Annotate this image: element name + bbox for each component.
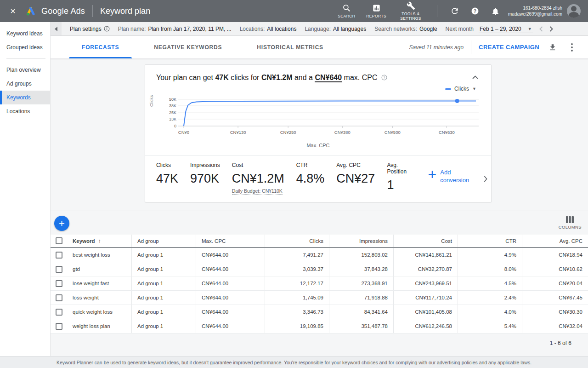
notifications-bell-icon[interactable] [489, 5, 501, 17]
more-options-kebab-icon[interactable] [566, 41, 578, 53]
row-checkbox-cell [51, 291, 67, 305]
column-header-cost[interactable]: Cost [393, 235, 458, 247]
row-checkbox[interactable] [56, 266, 62, 273]
column-header-max-cpc[interactable]: Max. CPC [196, 235, 265, 247]
cell-max-cpc[interactable]: CN¥644.00 [196, 291, 265, 305]
cell-max-cpc[interactable]: CN¥644.00 [196, 319, 265, 333]
next-period-icon[interactable] [549, 26, 553, 32]
column-header-ctr[interactable]: CTR [458, 235, 522, 247]
cell-max-cpc[interactable]: CN¥644.00 [196, 248, 265, 262]
table-row: loss weightAd group 1CN¥644.001,745.0971… [51, 291, 588, 305]
sidebar-item-keyword-ideas[interactable]: Keyword ideas [0, 27, 50, 40]
collapse-card-chevron-icon[interactable] [470, 74, 480, 81]
table-body: best weight lossAd group 1CN¥644.007,491… [51, 248, 588, 334]
previous-period-icon[interactable] [539, 26, 543, 32]
nav-tools-settings-label: TOOLS & SETTINGS [397, 12, 424, 21]
y-tick-label: 38K [169, 104, 176, 108]
nav-tools-settings[interactable]: TOOLS & SETTINGS [397, 1, 424, 21]
sidebar-item-keywords[interactable]: Keywords [0, 91, 50, 104]
period-dropdown[interactable]: Feb 1 – 29, 2020 ▼ [479, 25, 533, 33]
tab-historical-metrics[interactable]: HISTORICAL METRICS [239, 36, 341, 58]
sidebar-item-plan-overview[interactable]: Plan overview [0, 63, 50, 77]
info-icon[interactable] [104, 26, 110, 32]
close-icon[interactable]: × [7, 6, 18, 17]
cell-max-cpc[interactable]: CN¥644.00 [196, 305, 265, 319]
sidebar-item-grouped-ideas[interactable]: Grouped ideas [0, 40, 50, 54]
column-header-impressions[interactable]: Impressions [329, 235, 393, 247]
metric-value: 970K [190, 172, 220, 186]
cell-keyword[interactable]: lose weight fast [67, 276, 131, 290]
nav-reports[interactable]: REPORTS [366, 4, 386, 18]
row-checkbox[interactable] [56, 294, 62, 301]
cell-keyword[interactable]: weight loss plan [67, 319, 131, 333]
sidebar-item-locations[interactable]: Locations [0, 104, 50, 118]
column-header-avg-cpc[interactable]: Avg. CPC [522, 235, 588, 247]
cell-ctr: 5.4% [458, 319, 522, 333]
nav-search[interactable]: SEARCH [338, 4, 355, 18]
help-circle-icon[interactable]: ? [381, 75, 387, 80]
daily-budget-note[interactable]: Daily Budget: CN¥110K [232, 188, 284, 194]
cell-ad-group[interactable]: Ad group 1 [131, 248, 196, 262]
download-icon[interactable] [547, 41, 559, 53]
plan-name-value: Plan from Jan 17, 2020, 11 PM, ... [148, 26, 231, 32]
max-cpc-editable-value[interactable]: CN¥640 [315, 74, 342, 82]
language-field[interactable]: Language: All languages [305, 26, 366, 32]
row-checkbox[interactable] [56, 309, 62, 316]
add-conversion-metrics-button[interactable]: + Add conversion metrics [428, 168, 480, 194]
cell-ctr: 2.4% [458, 291, 522, 305]
metric-label: Impressions [190, 162, 220, 168]
cell-avg-cpc: CN¥67.45 [522, 291, 588, 305]
row-checkbox-cell [51, 276, 67, 290]
plan-name-field[interactable]: Plan name: Plan from Jan 17, 2020, 11 PM… [118, 26, 232, 32]
sidebar-item-label: Locations [6, 108, 30, 115]
cell-avg-cpc: CN¥32.04 [522, 319, 588, 333]
product-name: Google Ads [41, 6, 85, 16]
metric-value: 47K [156, 172, 178, 186]
networks-field[interactable]: Search networks: Google [374, 26, 437, 32]
column-header-keyword[interactable]: Keyword↑ [67, 235, 131, 247]
select-all-checkbox[interactable] [56, 237, 62, 244]
sidebar-divider [6, 58, 45, 59]
cell-ad-group[interactable]: Ad group 1 [131, 319, 196, 333]
cell-clicks: 19,109.85 [265, 319, 329, 333]
cell-keyword[interactable]: loss weight [67, 291, 131, 305]
cell-max-cpc[interactable]: CN¥644.00 [196, 276, 265, 290]
table-toolbar: + COLUMNS [51, 211, 588, 235]
cell-keyword[interactable]: best weight loss [67, 248, 131, 262]
cell-keyword[interactable]: gtd [67, 262, 131, 276]
help-icon[interactable]: ? [469, 5, 481, 17]
columns-button[interactable]: COLUMNS [559, 216, 582, 230]
sidebar-item-ad-groups[interactable]: Ad groups [0, 77, 50, 91]
row-checkbox[interactable] [56, 252, 62, 259]
metrics-row: Clicks47KImpressions970KCostCN¥1.2MDaily… [145, 156, 491, 202]
cell-keyword[interactable]: quick weight loss [67, 305, 131, 319]
locations-field[interactable]: Locations: All locations [240, 26, 297, 32]
table-header-row: Keyword↑Ad groupMax. CPCClicksImpression… [51, 235, 588, 248]
cell-ad-group[interactable]: Ad group 1 [131, 276, 196, 290]
forecast-chart-block: Clicks ▼ Clicks 013K25K38K50KCN¥0CN¥130C… [145, 83, 491, 155]
metrics-next-chevron-icon[interactable] [484, 176, 487, 182]
account-info[interactable]: 161-680-2834 zfish madawei2699@gmail.com [508, 5, 562, 17]
metric-tiles: Clicks47KImpressions970KCostCN¥1.2MDaily… [156, 162, 428, 194]
cell-ad-group[interactable]: Ad group 1 [131, 305, 196, 319]
row-checkbox[interactable] [56, 280, 62, 287]
cell-max-cpc[interactable]: CN¥644.00 [196, 262, 265, 276]
cell-ad-group[interactable]: Ad group 1 [131, 291, 196, 305]
refresh-icon[interactable] [449, 5, 461, 17]
cell-ctr: 4.5% [458, 276, 522, 290]
tab-forecasts[interactable]: FORECASTS [64, 36, 136, 58]
max-cpc-marker-point[interactable] [455, 99, 459, 103]
tab-negative-keywords[interactable]: NEGATIVE KEYWORDS [136, 36, 239, 58]
create-campaign-button[interactable]: CREATE CAMPAIGN [479, 44, 539, 51]
chart-legend-dropdown[interactable]: Clicks ▼ [150, 84, 486, 94]
cell-avg-cpc: CN¥20.04 [522, 276, 588, 290]
column-header-label: Clicks [309, 238, 323, 244]
cell-ctr: 4.9% [458, 248, 522, 262]
avatar[interactable] [567, 4, 581, 18]
collapse-settings-button[interactable] [51, 22, 62, 35]
add-keywords-fab-button[interactable]: + [54, 216, 69, 231]
column-header-clicks[interactable]: Clicks [265, 235, 329, 247]
column-header-ad-group[interactable]: Ad group [131, 235, 196, 247]
cell-ad-group[interactable]: Ad group 1 [131, 262, 196, 276]
row-checkbox[interactable] [56, 323, 62, 330]
